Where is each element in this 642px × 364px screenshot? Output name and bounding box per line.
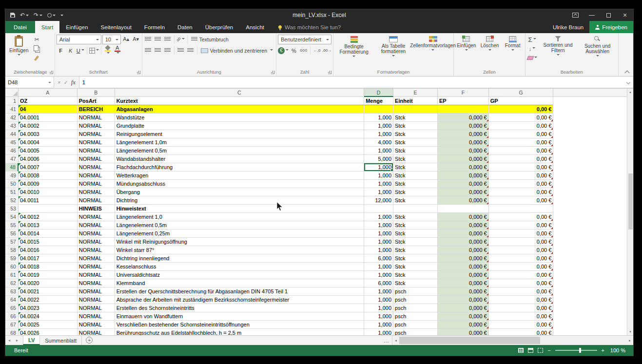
cell-F64[interactable]: 0,000 € (438, 296, 489, 304)
insert-cells-button[interactable]: Einfügen (455, 34, 477, 53)
cell-A45[interactable]: 04.0004 (19, 138, 78, 147)
cell-E53[interactable] (393, 205, 438, 213)
cell-G58[interactable]: 0,00 € (489, 246, 554, 254)
cell-G43[interactable]: 0,00 € (489, 122, 554, 130)
cell-D60[interactable]: 1,000 (364, 263, 393, 271)
cell-B68[interactable]: NORMAL (78, 329, 115, 335)
tell-me-search[interactable]: Was möchten Sie tun? (278, 21, 341, 33)
cell-C1[interactable]: Kurztext (115, 97, 365, 105)
cell-D54[interactable]: 1,000 (364, 213, 393, 221)
cell-B59[interactable]: NORMAL (78, 254, 115, 263)
user-name[interactable]: Ulrike Braun (553, 21, 584, 33)
cut-icon[interactable]: ✂ (31, 35, 42, 44)
cell-B1[interactable]: PosArt (78, 97, 115, 105)
cell-E63[interactable]: psch (393, 287, 438, 296)
cell-F62[interactable]: 0,000 € (438, 279, 489, 287)
cancel-icon[interactable]: × (58, 79, 60, 85)
cell-F67[interactable]: 0,000 € (438, 321, 489, 329)
col-header-A[interactable]: A (19, 89, 78, 97)
cell-G66[interactable]: 0,00 € (489, 312, 554, 321)
clipboard-dialog-launcher-icon[interactable] (50, 71, 53, 74)
row-header-58[interactable]: 58 (5, 246, 19, 254)
cell-D43[interactable]: 1,000 (364, 122, 393, 130)
row-header-46[interactable]: 46 (5, 147, 19, 155)
conditional-formatting-button[interactable]: Bedingte Formatierung (335, 34, 373, 59)
cell-E45[interactable]: Stck (393, 138, 438, 147)
cell-A67[interactable]: 04.0025 (19, 321, 78, 329)
cell-E51[interactable]: Stck (393, 188, 438, 196)
cell-F1[interactable]: EP (438, 97, 489, 105)
cell-D51[interactable]: 1,000 (364, 188, 393, 196)
cell-D47[interactable]: 5,000 (364, 155, 393, 163)
align-right-icon[interactable] (163, 46, 172, 55)
cell-D65[interactable]: 1,000 (364, 304, 393, 312)
cell-D46[interactable]: 1,000 (364, 147, 393, 155)
cell-G49[interactable]: 0,00 € (489, 172, 554, 180)
number-format-select[interactable]: Benutzerdefiniert (278, 35, 331, 44)
normal-view-icon[interactable] (518, 348, 524, 353)
cell-A58[interactable]: 04.0016 (19, 246, 78, 254)
cell-C44[interactable]: Reinigungselement (115, 130, 365, 138)
copy-icon[interactable] (31, 44, 42, 53)
horizontal-scrollbar[interactable]: ◄ ► (392, 336, 633, 345)
tab-formeln[interactable]: Formeln (138, 21, 171, 33)
cell-G68[interactable]: 0,00 € (489, 329, 554, 335)
cell-B66[interactable]: NORMAL (78, 312, 115, 321)
cell-F59[interactable]: 0,000 € (438, 254, 489, 263)
row-header-47[interactable]: 47 (5, 155, 19, 163)
cell-G61[interactable]: 0,00 € (489, 271, 554, 279)
scroll-up-icon[interactable]: ▲ (629, 89, 632, 96)
cell-D42[interactable]: 1,000 (364, 114, 393, 122)
number-dialog-launcher-icon[interactable] (328, 71, 331, 74)
cell-F49[interactable]: 0,000 € (438, 172, 489, 180)
wrap-text-button[interactable]: Textumbruch (190, 35, 230, 44)
row-header-66[interactable]: 66 (5, 312, 19, 321)
paste-button[interactable]: Einfügen (8, 34, 30, 58)
cell-B42[interactable]: NORMAL (78, 114, 115, 122)
cell-B52[interactable]: NORMAL (78, 196, 115, 205)
align-bottom-icon[interactable] (163, 35, 172, 44)
grow-font-icon[interactable]: A▴ (122, 35, 131, 44)
cell-C50[interactable]: Mündungsabschluss (115, 180, 365, 188)
cell-E54[interactable]: Stck (393, 213, 438, 221)
fill-icon[interactable]: ↓ (527, 44, 538, 53)
cell-F57[interactable]: 0,000 € (438, 238, 489, 246)
cell-C68[interactable]: Berührungsschutz aus Edelstahllochblech,… (115, 329, 365, 335)
cell-C52[interactable]: Dichtring (115, 196, 365, 205)
minimize-icon[interactable]: — (584, 9, 600, 21)
cell-D62[interactable]: 6,000 (364, 279, 393, 287)
cell-F60[interactable]: 0,000 € (438, 263, 489, 271)
insert-function-icon[interactable]: fx (71, 79, 76, 86)
cell-C54[interactable]: Längenelement 1,0 (115, 213, 365, 221)
cell-F54[interactable]: 0,000 € (438, 213, 489, 221)
cell-D67[interactable]: 1,000 (364, 321, 393, 329)
cell-C65[interactable]: Erstellen des Schornsteineintritts (115, 304, 365, 312)
italic-button[interactable]: K (66, 46, 75, 55)
row-header-64[interactable]: 64 (5, 296, 19, 304)
cell-G62[interactable]: 0,00 € (489, 279, 554, 287)
cell-A62[interactable]: 04.0020 (19, 279, 78, 287)
cell-B43[interactable]: NORMAL (78, 122, 115, 130)
name-box[interactable]: D48 (5, 77, 54, 88)
cell-F68[interactable]: 0,000 € (438, 329, 489, 335)
fill-color-button[interactable] (103, 46, 112, 55)
cell-D52[interactable]: 12,000 (364, 196, 393, 205)
cell-E55[interactable]: Stck (393, 221, 438, 230)
cell-E50[interactable]: Stck (393, 180, 438, 188)
cell-E47[interactable]: Stck (393, 155, 438, 163)
format-as-table-button[interactable]: Als Tabelle formatieren (374, 34, 412, 59)
align-left-icon[interactable] (144, 46, 153, 55)
tab-einfügen[interactable]: Einfügen (59, 21, 94, 33)
cell-A1[interactable]: OZ (19, 97, 78, 105)
row-header-59[interactable]: 59 (5, 254, 19, 263)
cell-A46[interactable]: 04.0005 (19, 147, 78, 155)
cell-D45[interactable]: 4,000 (364, 138, 393, 147)
row-header-42[interactable]: 42 (5, 114, 19, 122)
zoom-slider[interactable] (555, 350, 597, 351)
vertical-scroll-thumb[interactable] (628, 173, 633, 230)
format-cells-button[interactable]: Format (502, 34, 524, 53)
cell-D57[interactable]: 1,000 (364, 238, 393, 246)
cell-A42[interactable]: 04.0001 (19, 114, 78, 122)
cell-D59[interactable]: 6,000 (364, 254, 393, 263)
cell-C51[interactable]: Übergang (115, 188, 365, 196)
